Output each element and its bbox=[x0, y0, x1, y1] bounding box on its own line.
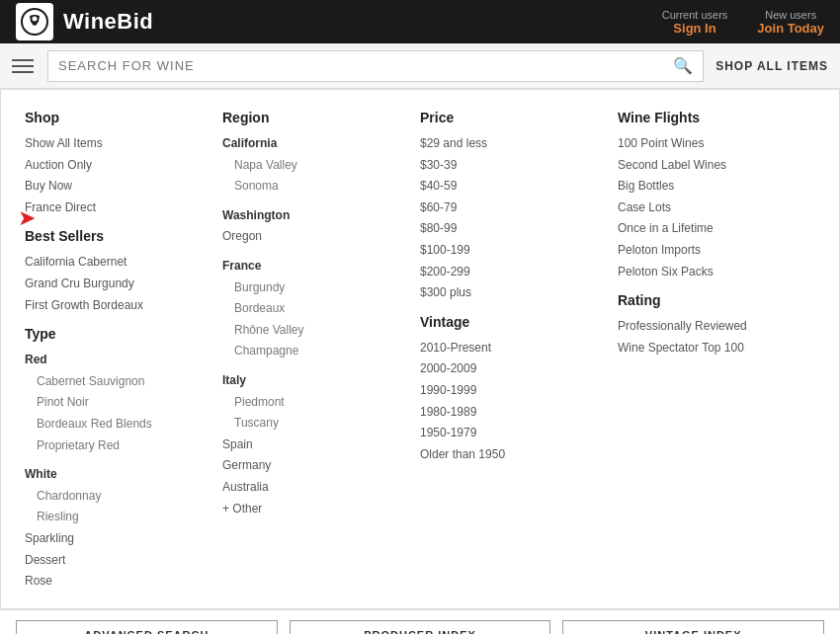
shop-list: Show All Items Auction Only Buy Now Fran… bbox=[25, 133, 207, 218]
search-input[interactable] bbox=[58, 58, 673, 73]
list-item[interactable]: Tuscany bbox=[222, 413, 404, 435]
wine-flights-heading: Wine Flights bbox=[618, 110, 799, 125]
type-list: Red Cabernet Sauvignon Pinot Noir Bordea… bbox=[25, 350, 207, 593]
advanced-search-button[interactable]: ADVANCED SEARCH bbox=[16, 620, 278, 634]
list-item[interactable]: Germany bbox=[222, 455, 404, 477]
region-list: California Napa Valley Sonoma Washington… bbox=[222, 133, 404, 519]
rating-list: Professionally Reviewed Wine Spectator T… bbox=[618, 316, 799, 358]
new-users-label: New users bbox=[765, 9, 816, 21]
list-item[interactable]: Wine Spectator Top 100 bbox=[618, 338, 799, 359]
list-item[interactable]: Spain bbox=[222, 435, 404, 456]
price-heading: Price bbox=[420, 110, 602, 125]
list-item[interactable]: Buy Now bbox=[25, 176, 207, 198]
sign-in-link[interactable]: Sign In bbox=[673, 21, 715, 36]
list-item[interactable]: Burgundy bbox=[222, 277, 404, 299]
vintage-index-button[interactable]: VINTAGE INDEX bbox=[562, 620, 824, 634]
list-item[interactable]: Once in a Lifetime bbox=[618, 218, 799, 240]
hamburger-menu[interactable] bbox=[12, 59, 34, 73]
list-item[interactable]: 2000-2009 bbox=[420, 358, 602, 380]
menu-actions: ADVANCED SEARCH PRODUCER INDEX VINTAGE I… bbox=[0, 609, 840, 634]
shop-heading: Shop bbox=[25, 110, 207, 125]
list-item[interactable]: $29 and less bbox=[420, 133, 602, 155]
svg-point-1 bbox=[33, 17, 38, 22]
list-item[interactable]: $60-79 bbox=[420, 198, 602, 219]
list-item[interactable]: $40-59 bbox=[420, 176, 602, 198]
list-item[interactable]: Rhône Valley bbox=[222, 320, 404, 342]
list-item[interactable]: $100-199 bbox=[420, 240, 602, 262]
list-item[interactable]: $80-99 bbox=[420, 218, 602, 240]
mega-menu: Shop Show All Items Auction Only Buy Now… bbox=[0, 89, 840, 609]
vintage-heading: Vintage bbox=[420, 314, 602, 330]
list-item[interactable]: California Cabernet bbox=[25, 252, 207, 274]
menu-col-region: Region California Napa Valley Sonoma Was… bbox=[222, 110, 420, 593]
list-item[interactable]: Older than 1950 bbox=[420, 444, 602, 466]
list-item[interactable]: Peloton Imports bbox=[618, 240, 799, 262]
list-item[interactable]: Italy bbox=[222, 370, 404, 392]
menu-col-shop: Shop Show All Items Auction Only Buy Now… bbox=[25, 110, 222, 593]
list-item[interactable]: France Direct bbox=[25, 198, 207, 219]
join-today-link[interactable]: Join Today bbox=[757, 21, 824, 36]
type-heading: Type bbox=[25, 326, 207, 342]
shop-all-button[interactable]: SHOP ALL ITEMS bbox=[715, 59, 828, 73]
list-item[interactable]: Professionally Reviewed bbox=[618, 316, 799, 338]
logo-text: WineBid bbox=[63, 9, 153, 35]
list-item[interactable]: Cabernet Sauvignon bbox=[25, 371, 207, 393]
red-arrow-indicator: ➤ bbox=[18, 205, 36, 231]
list-item[interactable]: Dessert bbox=[25, 550, 207, 572]
list-item[interactable]: Peloton Six Packs bbox=[618, 262, 799, 283]
list-item[interactable]: 1990-1999 bbox=[420, 380, 602, 402]
menu-col-flights: Wine Flights 100 Point Wines Second Labe… bbox=[618, 110, 815, 593]
list-item[interactable]: 100 Point Wines bbox=[618, 133, 799, 155]
list-item[interactable]: Champagne bbox=[222, 341, 404, 362]
search-icon[interactable]: 🔍 bbox=[673, 56, 693, 75]
list-item[interactable]: Case Lots bbox=[618, 198, 799, 219]
header: WineBid Current users Sign In New users … bbox=[0, 0, 840, 43]
best-sellers-list: California Cabernet Grand Cru Burgundy F… bbox=[25, 252, 207, 316]
list-item[interactable]: Napa Valley bbox=[222, 155, 404, 177]
list-item[interactable]: Show All Items bbox=[25, 133, 207, 155]
list-item[interactable]: 1980-1989 bbox=[420, 402, 602, 424]
list-item[interactable]: Washington bbox=[222, 205, 404, 227]
list-item[interactable]: Bordeaux Red Blends bbox=[25, 414, 207, 436]
rating-heading: Rating bbox=[618, 292, 799, 308]
current-users-section: Current users Sign In bbox=[662, 9, 728, 36]
search-input-wrap: 🔍 bbox=[47, 50, 704, 82]
list-item[interactable]: + Other bbox=[222, 499, 404, 520]
list-item[interactable]: Sonoma bbox=[222, 176, 404, 198]
current-users-label: Current users bbox=[662, 9, 728, 21]
new-users-section: New users Join Today bbox=[757, 9, 824, 36]
vintage-list: 2010-Present 2000-2009 1990-1999 1980-19… bbox=[420, 338, 602, 466]
list-item[interactable]: Sparkling bbox=[25, 528, 207, 550]
list-item[interactable]: Red bbox=[25, 350, 207, 371]
list-item[interactable]: France bbox=[222, 256, 404, 277]
list-item[interactable]: Proprietary Red bbox=[25, 436, 207, 457]
search-bar: 🔍 SHOP ALL ITEMS bbox=[0, 43, 840, 89]
list-item[interactable]: $200-299 bbox=[420, 262, 602, 283]
header-right: Current users Sign In New users Join Tod… bbox=[662, 9, 824, 36]
list-item[interactable]: 2010-Present bbox=[420, 338, 602, 359]
list-item[interactable]: Pinot Noir bbox=[25, 392, 207, 414]
list-item[interactable]: White bbox=[25, 464, 207, 486]
list-item[interactable]: $30-39 bbox=[420, 155, 602, 177]
list-item[interactable]: Riesling bbox=[25, 507, 207, 528]
list-item[interactable]: First Growth Bordeaux bbox=[25, 295, 207, 317]
logo-area: WineBid bbox=[16, 3, 153, 40]
list-item[interactable]: Piedmont bbox=[222, 392, 404, 414]
region-heading: Region bbox=[222, 110, 404, 125]
list-item[interactable]: Second Label Wines bbox=[618, 155, 799, 177]
price-list: $29 and less $30-39 $40-59 $60-79 $80-99… bbox=[420, 133, 602, 304]
list-item[interactable]: Grand Cru Burgundy bbox=[25, 274, 207, 295]
list-item[interactable]: Australia bbox=[222, 477, 404, 499]
list-item[interactable]: Oregon bbox=[222, 226, 404, 248]
list-item[interactable]: Rose bbox=[25, 571, 207, 593]
list-item[interactable]: $300 plus bbox=[420, 282, 602, 304]
list-item[interactable]: 1950-1979 bbox=[420, 423, 602, 444]
list-item[interactable]: Big Bottles bbox=[618, 176, 799, 198]
logo-icon bbox=[16, 3, 53, 40]
list-item[interactable]: Chardonnay bbox=[25, 486, 207, 508]
best-sellers-heading: Best Sellers bbox=[25, 228, 207, 244]
list-item[interactable]: Auction Only bbox=[25, 155, 207, 177]
list-item[interactable]: Bordeaux bbox=[222, 298, 404, 320]
list-item[interactable]: California bbox=[222, 133, 404, 155]
producer-index-button[interactable]: PRODUCER INDEX bbox=[290, 620, 551, 634]
